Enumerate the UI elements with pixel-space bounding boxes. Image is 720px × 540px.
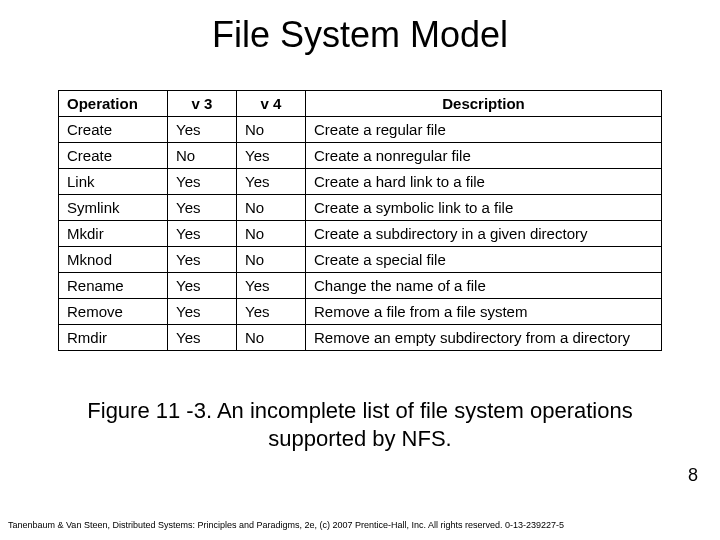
cell-v3: Yes xyxy=(168,221,237,247)
cell-desc: Create a regular file xyxy=(306,117,662,143)
cell-v4: No xyxy=(237,195,306,221)
cell-desc: Remove an empty subdirectory from a dire… xyxy=(306,325,662,351)
citation-footer: Tanenbaum & Van Steen, Distributed Syste… xyxy=(8,520,564,530)
cell-desc: Change the name of a file xyxy=(306,273,662,299)
cell-v3: Yes xyxy=(168,247,237,273)
operations-table: Operation v 3 v 4 Description CreateYesN… xyxy=(58,90,662,351)
cell-op: Mknod xyxy=(59,247,168,273)
cell-v4: No xyxy=(237,247,306,273)
cell-v4: Yes xyxy=(237,273,306,299)
page-number: 8 xyxy=(688,465,698,486)
table-row: SymlinkYesNoCreate a symbolic link to a … xyxy=(59,195,662,221)
cell-v4: No xyxy=(237,325,306,351)
cell-v4: No xyxy=(237,221,306,247)
col-header-operation: Operation xyxy=(59,91,168,117)
table-row: MknodYesNoCreate a special file xyxy=(59,247,662,273)
table-row: CreateYesNoCreate a regular file xyxy=(59,117,662,143)
table-row: CreateNoYesCreate a nonregular file xyxy=(59,143,662,169)
cell-op: Remove xyxy=(59,299,168,325)
cell-op: Mkdir xyxy=(59,221,168,247)
col-header-description: Description xyxy=(306,91,662,117)
cell-v4: Yes xyxy=(237,169,306,195)
cell-op: Rmdir xyxy=(59,325,168,351)
cell-op: Create xyxy=(59,117,168,143)
table-row: MkdirYesNoCreate a subdirectory in a giv… xyxy=(59,221,662,247)
table-body: CreateYesNoCreate a regular file CreateN… xyxy=(59,117,662,351)
cell-op: Symlink xyxy=(59,195,168,221)
cell-v3: No xyxy=(168,143,237,169)
cell-v3: Yes xyxy=(168,117,237,143)
table-row: RenameYesYesChange the name of a file xyxy=(59,273,662,299)
table-row: RemoveYesYesRemove a file from a file sy… xyxy=(59,299,662,325)
cell-v3: Yes xyxy=(168,299,237,325)
slide-title: File System Model xyxy=(0,0,720,56)
cell-v4: Yes xyxy=(237,299,306,325)
cell-v3: Yes xyxy=(168,273,237,299)
cell-desc: Create a symbolic link to a file xyxy=(306,195,662,221)
cell-v3: Yes xyxy=(168,325,237,351)
cell-desc: Create a nonregular file xyxy=(306,143,662,169)
table-row: RmdirYesNoRemove an empty subdirectory f… xyxy=(59,325,662,351)
cell-op: Create xyxy=(59,143,168,169)
cell-v4: No xyxy=(237,117,306,143)
cell-op: Rename xyxy=(59,273,168,299)
table-header-row: Operation v 3 v 4 Description xyxy=(59,91,662,117)
cell-desc: Create a hard link to a file xyxy=(306,169,662,195)
cell-desc: Remove a file from a file system xyxy=(306,299,662,325)
cell-op: Link xyxy=(59,169,168,195)
figure-caption: Figure 11 -3. An incomplete list of file… xyxy=(0,397,720,452)
operations-table-wrap: Operation v 3 v 4 Description CreateYesN… xyxy=(58,90,662,351)
cell-v3: Yes xyxy=(168,195,237,221)
cell-v3: Yes xyxy=(168,169,237,195)
table-row: LinkYesYesCreate a hard link to a file xyxy=(59,169,662,195)
cell-desc: Create a special file xyxy=(306,247,662,273)
col-header-v3: v 3 xyxy=(168,91,237,117)
cell-desc: Create a subdirectory in a given directo… xyxy=(306,221,662,247)
cell-v4: Yes xyxy=(237,143,306,169)
col-header-v4: v 4 xyxy=(237,91,306,117)
